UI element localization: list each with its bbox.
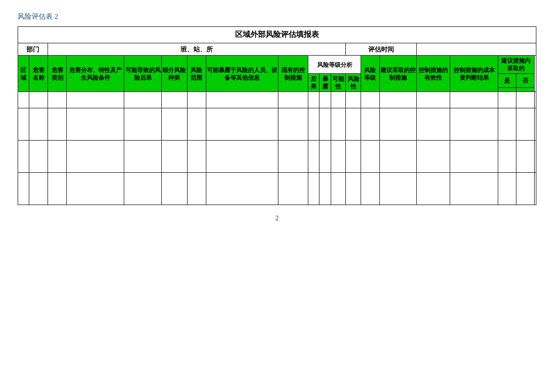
- col-risk-analysis-label: 风险等级分析: [308, 56, 361, 74]
- table-row: [66, 173, 124, 205]
- col-exposure: 暴露: [320, 74, 331, 92]
- table-row: [206, 92, 278, 108]
- table-row: [346, 108, 361, 141]
- table-row: [346, 92, 361, 108]
- table-row: [278, 173, 308, 205]
- table-row: [450, 141, 498, 173]
- col-hazard-name: 危害名称: [29, 56, 48, 92]
- table-row: [498, 92, 516, 108]
- table-row: [361, 108, 379, 141]
- table-row: [498, 141, 516, 173]
- table-row: [416, 92, 450, 108]
- table-row: [278, 92, 308, 108]
- col-hazard-dist: 危害分布、特性及产生风险条件: [66, 56, 124, 92]
- table-row: [18, 141, 29, 173]
- table-row: [320, 92, 331, 108]
- main-table: 区域外部风险评估填报表 部门 班、站、所 评估时间 区域 危害名称 危害类别 危…: [18, 26, 536, 205]
- col-hazard-type: 危害类别: [48, 56, 67, 92]
- col-consequence: 后果: [308, 74, 320, 92]
- table-row: [450, 173, 498, 205]
- table-row: [534, 108, 536, 141]
- table-row: [66, 108, 124, 141]
- col-recommend-yes-2: [498, 88, 516, 92]
- table-row: [534, 141, 536, 173]
- table-row: [498, 173, 516, 205]
- table-row: [161, 92, 187, 108]
- table-row: [29, 141, 48, 173]
- table-row: [66, 141, 124, 173]
- table-row: [320, 141, 331, 173]
- table-row: [379, 141, 416, 173]
- table-row: [188, 108, 206, 141]
- col-existing-controls: 现有的控制措施: [278, 56, 308, 92]
- col-risk-range: 风险范围: [188, 56, 206, 92]
- table-row: [516, 141, 534, 173]
- table-row: [161, 108, 187, 141]
- col-risk-score: 风险性: [346, 74, 361, 92]
- table-row: [124, 173, 161, 205]
- table-row: [361, 92, 379, 108]
- table-row: [498, 108, 516, 141]
- table-row: [320, 108, 331, 141]
- col-control-effectiveness: 控制措施的有效性: [416, 56, 450, 92]
- col-recommend-no-2: [516, 88, 534, 92]
- station-label: 班、站、所: [48, 43, 346, 55]
- col-detail-risk: 细分风险种类: [161, 56, 187, 92]
- table-row: [361, 173, 379, 205]
- table-row: [48, 92, 67, 108]
- eval-time-label: 评估时间: [346, 43, 417, 55]
- table-row: [331, 108, 346, 141]
- table-row: [379, 92, 416, 108]
- table-row: [534, 173, 536, 205]
- table-row: [331, 92, 346, 108]
- table-row: [534, 92, 536, 108]
- table-row: [516, 108, 534, 141]
- table-row: [161, 141, 187, 173]
- col-recommend-no: 否: [516, 74, 534, 88]
- table-row: [18, 173, 29, 205]
- table-row: [48, 173, 67, 205]
- table-title: 区域外部风险评估填报表: [18, 27, 536, 43]
- table-row: [308, 92, 320, 108]
- table-row: [188, 92, 206, 108]
- table-row: [416, 108, 450, 141]
- table-row: [161, 173, 187, 205]
- table-row: [308, 108, 320, 141]
- table-row: [18, 108, 29, 141]
- table-row: [29, 92, 48, 108]
- table-row: [124, 108, 161, 141]
- table-row: [450, 92, 498, 108]
- table-row: [188, 141, 206, 173]
- table-row: [188, 173, 206, 205]
- col-possible-result: 可能导致的风险后果: [124, 56, 161, 92]
- table-row: [29, 108, 48, 141]
- table-row: [308, 141, 320, 173]
- table-row: [308, 173, 320, 205]
- table-row: [320, 173, 331, 205]
- dept-label: 部门: [18, 43, 48, 55]
- table-row: [48, 141, 67, 173]
- table-row: [331, 173, 346, 205]
- table-row: [278, 108, 308, 141]
- col-possibility: 可能性: [331, 74, 346, 92]
- table-row: [206, 173, 278, 205]
- table-row: [124, 141, 161, 173]
- table-row: [346, 173, 361, 205]
- table-row: [379, 108, 416, 141]
- table-row: [516, 92, 534, 108]
- table-row: [416, 173, 450, 205]
- table-row: [516, 173, 534, 205]
- col-region: 区域: [18, 56, 29, 92]
- col-risk-level: 风险等级: [361, 56, 379, 92]
- page-label: 风险评估表 2: [18, 12, 536, 22]
- page-number: 2: [18, 214, 536, 223]
- col-recommend-label: 建议措施内采取的: [498, 56, 535, 74]
- table-row: [331, 141, 346, 173]
- table-row: [206, 108, 278, 141]
- table-row: [450, 108, 498, 141]
- table-row: [18, 92, 29, 108]
- table-row: [361, 141, 379, 173]
- col-exposed-info: 可能暴露于风险的人员、设备等其他信息: [206, 56, 278, 92]
- table-row: [278, 141, 308, 173]
- col-control-cost: 控制措施的成本资判断结果: [450, 56, 498, 92]
